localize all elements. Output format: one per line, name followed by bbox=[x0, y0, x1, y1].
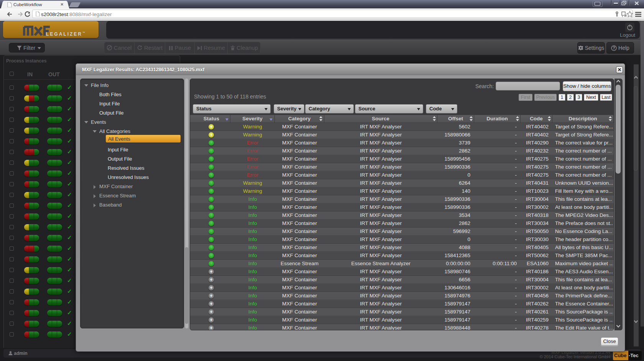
svg-text:?: ? bbox=[613, 46, 615, 50]
